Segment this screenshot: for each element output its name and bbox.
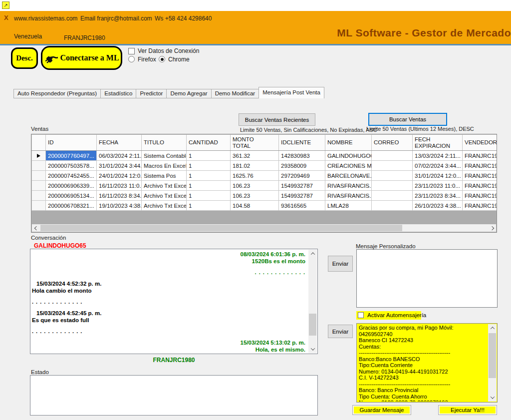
sales-table[interactable]: IDFECHATITULOCANTIDADMONTO TOTALIDCLIENT…	[31, 134, 497, 233]
ver-datos-checkbox[interactable]	[128, 48, 135, 54]
row-selector[interactable]	[32, 191, 46, 201]
auto-mensaje-scrollbar-thumb[interactable]	[489, 333, 496, 378]
table-cell[interactable]	[372, 161, 413, 171]
tab-mensajer-a-post-venta[interactable]: Mensajería Post Venta	[258, 87, 324, 98]
table-cell[interactable]: 19/10/2023 4:38...	[97, 201, 142, 211]
enviar-auto-button[interactable]: Enviar	[328, 325, 353, 338]
activar-automensajeria-checkbox[interactable]	[358, 312, 364, 318]
chevron-up-icon[interactable]	[308, 250, 317, 258]
close-icon[interactable]: X	[4, 14, 8, 21]
table-cell[interactable]	[372, 201, 413, 211]
horizontal-scrollbar-thumb[interactable]	[40, 225, 402, 231]
conectarse-button[interactable]: Conectarse a ML	[41, 46, 122, 70]
table-cell[interactable]: Sistema Contable	[142, 151, 187, 161]
table-cell[interactable]: RIVASFRANCIS...	[325, 191, 372, 201]
table-row[interactable]: 2000006905134...16/11/2023 8:34...Archiv…	[32, 191, 498, 201]
scroll-right-icon[interactable]	[488, 224, 496, 232]
table-cell[interactable]	[372, 181, 413, 191]
chevron-down-icon[interactable]	[488, 394, 497, 402]
tab-auto-respondedor-preguntas[interactable]: Auto Respondedor (Preguntas)	[13, 89, 101, 98]
table-cell[interactable]: FRANJRC198	[463, 191, 498, 201]
table-cell[interactable]: 31/01/2024 3:44...	[97, 161, 142, 171]
table-cell[interactable]: 31/01/2024 12:0...	[413, 171, 463, 181]
column-header-titulo[interactable]: TITULO	[142, 135, 187, 151]
table-cell[interactable]: 181.02	[231, 161, 279, 171]
table-cell[interactable]: LMLA28	[325, 201, 372, 211]
table-cell[interactable]: 361.32	[231, 151, 279, 161]
table-cell[interactable]: Archivo Txt Excel...	[142, 191, 187, 201]
table-cell[interactable]: 29358009	[279, 161, 325, 171]
table-cell[interactable]: 06/03/2024 2:11...	[97, 151, 142, 161]
table-cell[interactable]: FRANJRC198	[463, 151, 498, 161]
table-cell[interactable]: 1625.76	[231, 171, 279, 181]
table-cell[interactable]: 1	[187, 161, 231, 171]
table-cell[interactable]: 1549932787	[279, 181, 325, 191]
column-header-cantidad[interactable]: CANTIDAD	[187, 135, 231, 151]
table-cell[interactable]: 1	[187, 191, 231, 201]
enviar-custom-button[interactable]: Enviar	[328, 256, 353, 272]
column-header-correo[interactable]: CORREO	[372, 135, 413, 151]
table-cell[interactable]: Sistema Pos	[142, 171, 187, 181]
table-cell[interactable]: 93616565	[279, 201, 325, 211]
table-cell[interactable]: 13/03/2024 2:11...	[413, 151, 463, 161]
table-cell[interactable]: 26/10/2023 4:38...	[413, 201, 463, 211]
column-header-nombre[interactable]: NOMBRE	[325, 135, 372, 151]
row-selector[interactable]	[32, 161, 46, 171]
firefox-radio[interactable]	[128, 56, 135, 62]
table-cell[interactable]: FRANJRC198	[463, 171, 498, 181]
table-cell[interactable]: CREACIONES M...	[325, 161, 372, 171]
table-cell[interactable]: FRANJRC198	[463, 201, 498, 211]
table-cell[interactable]: 1	[187, 171, 231, 181]
table-cell[interactable]	[372, 151, 413, 161]
table-cell[interactable]: RIVASFRANCIS...	[325, 181, 372, 191]
buscar-ventas-recientes-button[interactable]: Buscar Ventas Recientes	[239, 113, 315, 126]
table-cell[interactable]: Archivo Txt Excel...	[142, 181, 187, 191]
mensaje-personalizado-textarea[interactable]	[356, 249, 498, 308]
column-header-fecha[interactable]: FECHA	[97, 135, 142, 151]
tab-demo-modificar[interactable]: Demo Modificar	[211, 89, 259, 98]
table-cell[interactable]: FRANJRC198	[463, 181, 498, 191]
guardar-mensaje-button[interactable]: Guardar Mensaje	[352, 405, 411, 415]
row-selector[interactable]	[32, 181, 46, 191]
desc-button[interactable]: Desc.	[11, 47, 38, 69]
tab-demo-agregar[interactable]: Demo Agregar	[166, 89, 211, 98]
table-cell[interactable]: 1	[187, 201, 231, 211]
table-cell[interactable]: 1	[187, 181, 231, 191]
table-row[interactable]: 2000006708321...19/10/2023 4:38...Archiv…	[32, 201, 498, 211]
table-cell[interactable]: 2000007503578...	[46, 161, 97, 171]
table-cell[interactable]: FRANJRC198	[463, 161, 498, 171]
table-cell[interactable]: 2000007760497...	[46, 151, 97, 161]
table-cell[interactable]: 106.23	[231, 181, 279, 191]
conversation-scrollbar-thumb[interactable]	[309, 314, 316, 335]
column-header-monto-total[interactable]: MONTO TOTAL	[231, 135, 279, 151]
table-cell[interactable]: Archivo Txt Excel...	[142, 201, 187, 211]
table-row[interactable]: 2000007452455...24/01/2024 12:0...Sistem…	[32, 171, 498, 181]
column-header-vendedor[interactable]: VENDEDOR	[463, 135, 498, 151]
chrome-radio[interactable]	[159, 56, 165, 62]
table-cell[interactable]: 23/11/2023 8:34...	[413, 191, 463, 201]
table-cell[interactable]: 2000006708321...	[46, 201, 97, 211]
table-cell[interactable]: 104.58	[231, 201, 279, 211]
chevron-down-icon[interactable]	[308, 345, 317, 353]
table-cell[interactable]: 297209469	[279, 171, 325, 181]
estado-box[interactable]	[30, 375, 318, 416]
table-cell[interactable]: 2000007452455...	[46, 171, 97, 181]
table-cell[interactable]: 1	[187, 151, 231, 161]
table-cell[interactable]: BARCELONAVE...	[325, 171, 372, 181]
column-header-fech-expiracion[interactable]: FECH EXPIRACION	[413, 135, 463, 151]
auto-mensaje-scrollbar[interactable]	[488, 324, 497, 402]
ejecutar-ya-button[interactable]: Ejecutar Ya!!!	[438, 405, 497, 415]
row-selector[interactable]	[32, 201, 46, 211]
horizontal-scrollbar[interactable]	[32, 224, 496, 232]
table-row[interactable]: 2000006906339...16/11/2023 11:0...Archiv…	[32, 181, 498, 191]
table-cell[interactable]: 142830983	[279, 151, 325, 161]
table-row[interactable]: 2000007760497...06/03/2024 2:11...Sistem…	[32, 151, 498, 161]
row-selector[interactable]	[32, 151, 46, 161]
table-cell[interactable]: 2000006905134...	[46, 191, 97, 201]
table-cell[interactable]: 07/02/2024 3:44...	[413, 161, 463, 171]
auto-mensaje-textarea[interactable]: Gracias por su compra, mi Pago Móvil: 04…	[356, 323, 498, 403]
table-cell[interactable]: 106.23	[231, 191, 279, 201]
table-cell[interactable]: 23/11/2023 11:0...	[413, 181, 463, 191]
table-cell[interactable]: GALINDOHUGO65	[325, 151, 372, 161]
tab-predictor[interactable]: Predictor	[136, 89, 167, 98]
